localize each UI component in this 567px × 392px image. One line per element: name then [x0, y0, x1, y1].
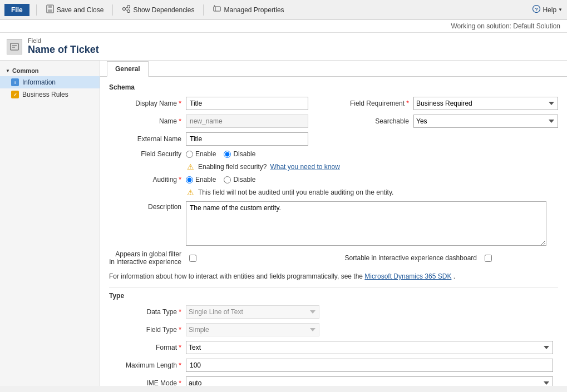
- toolbar-separator-1: [36, 4, 37, 16]
- field-security-warning-row: ⚠ Enabling field security? What you need…: [186, 162, 558, 171]
- name-label: Name *: [109, 117, 181, 125]
- type-divider: [109, 287, 558, 287]
- ime-mode-group: IME Mode * auto active inactive disabled: [109, 376, 558, 386]
- toolbar-separator-3: [203, 4, 204, 16]
- searchable-group: Searchable Yes No: [337, 115, 558, 128]
- show-dependencies-button[interactable]: Show Dependencies: [120, 3, 196, 16]
- ime-mode-select[interactable]: auto active inactive disabled: [186, 376, 553, 386]
- business-rules-icon: ✓: [11, 91, 19, 98]
- sortable-label: Sortable in interactive experience dashb…: [345, 254, 477, 262]
- toolbar-separator-2: [112, 4, 113, 16]
- format-select[interactable]: Text Email URL Ticker Symbol Phone: [186, 341, 553, 354]
- auditing-enable-option[interactable]: Enable: [186, 176, 216, 183]
- description-textarea[interactable]: The name of the custom entity.: [186, 201, 546, 246]
- svg-rect-2: [48, 9, 52, 12]
- name-input[interactable]: [186, 115, 308, 128]
- main-layout: ▼ Common i Information ✓ Business Rules …: [0, 61, 567, 386]
- entity-info: Field Name of Ticket: [28, 37, 99, 56]
- external-name-label: External Name: [109, 135, 181, 143]
- tab-general[interactable]: General: [107, 61, 149, 77]
- managed-properties-label: Managed Properties: [224, 6, 284, 14]
- entity-title: Name of Ticket: [28, 44, 99, 56]
- auditing-disable-radio[interactable]: [224, 176, 231, 183]
- sortable-group: Sortable in interactive experience dashb…: [345, 254, 559, 262]
- svg-point-5: [127, 10, 130, 13]
- format-row: Format * Text Email URL Ticker Symbol Ph…: [109, 341, 558, 354]
- maximum-length-row: Maximum Length *: [109, 359, 558, 372]
- svg-text:i: i: [14, 80, 16, 85]
- field-security-enable-option[interactable]: Enable: [186, 150, 216, 158]
- svg-line-7: [126, 9, 127, 11]
- display-name-label: Display Name *: [109, 100, 181, 107]
- name-group: Name *: [109, 115, 326, 128]
- sortable-checkbox[interactable]: [485, 255, 492, 262]
- external-name-group: External Name: [109, 132, 558, 146]
- help-label: Help: [543, 6, 556, 14]
- data-type-row: Data Type * Single Line of Text: [109, 305, 558, 319]
- data-type-select[interactable]: Single Line of Text: [186, 305, 319, 319]
- display-name-input[interactable]: [186, 97, 308, 110]
- auditing-row: Auditing * Enable Disable: [109, 176, 558, 183]
- description-row: Description The name of the custom entit…: [109, 201, 558, 246]
- form-content: Schema Display Name * Field Requirement …: [100, 77, 567, 386]
- sidebar-item-information[interactable]: i Information: [0, 76, 100, 88]
- help-button[interactable]: Help ▼: [543, 6, 563, 14]
- auditing-label: Auditing *: [109, 176, 181, 183]
- appears-filter-label: Appears in global filter in interactive …: [109, 250, 181, 266]
- appears-filter-group: Appears in global filter in interactive …: [109, 250, 323, 266]
- field-security-link[interactable]: What you need to know: [270, 163, 339, 171]
- field-type-group: Field Type * Simple: [109, 323, 558, 336]
- field-security-disable-option[interactable]: Disable: [224, 150, 255, 158]
- dependencies-icon: [122, 4, 131, 15]
- toolbar: File Save and Close Show Dependencies Ma…: [0, 0, 567, 20]
- tab-bar: General: [100, 61, 567, 77]
- auditing-radio-group: Enable Disable: [186, 176, 255, 183]
- field-security-label: Field Security: [109, 150, 181, 158]
- sidebar-item-business-rules[interactable]: ✓ Business Rules: [0, 88, 100, 101]
- field-type-label: Field Type *: [109, 326, 181, 334]
- sidebar: ▼ Common i Information ✓ Business Rules: [0, 61, 100, 386]
- searchable-select[interactable]: Yes No: [413, 115, 558, 128]
- auditing-group: Auditing * Enable Disable: [109, 176, 558, 183]
- svg-text:✓: ✓: [13, 92, 17, 97]
- field-security-enable-label: Enable: [195, 150, 216, 158]
- field-type-select[interactable]: Simple: [186, 323, 319, 336]
- field-requirement-group: Field Requirement * No Constraint Busine…: [337, 97, 558, 110]
- sdk-link[interactable]: Microsoft Dynamics 365 SDK: [364, 272, 451, 280]
- sidebar-common-label: Common: [12, 67, 39, 74]
- file-button[interactable]: File: [4, 4, 29, 16]
- display-name-row: Display Name * Field Requirement * No Co…: [109, 97, 558, 110]
- svg-rect-13: [11, 43, 18, 50]
- field-security-enable-radio[interactable]: [186, 151, 193, 158]
- svg-point-4: [127, 6, 130, 8]
- help-area: ? Help ▼: [533, 5, 563, 14]
- field-requirement-select[interactable]: No Constraint Business Required Business…: [413, 97, 558, 110]
- description-label: Description: [109, 201, 181, 211]
- sdk-info-row: For information about how to interact wi…: [109, 270, 558, 282]
- entity-header: Field Name of Ticket: [0, 33, 567, 61]
- sidebar-collapse-icon: ▼: [6, 68, 10, 73]
- schema-section-title: Schema: [109, 83, 558, 91]
- auditing-disable-option[interactable]: Disable: [224, 176, 255, 183]
- svg-rect-8: [214, 7, 220, 11]
- svg-line-6: [126, 7, 127, 8]
- auditing-warning-text: This field will not be audited until you…: [198, 188, 393, 196]
- field-security-disable-radio[interactable]: [224, 151, 231, 158]
- managed-properties-button[interactable]: Managed Properties: [210, 3, 286, 16]
- save-and-close-button[interactable]: Save and Close: [43, 3, 106, 16]
- tab-general-label: General: [115, 65, 140, 73]
- appears-filter-checkbox[interactable]: [189, 255, 196, 262]
- name-required: *: [179, 117, 181, 125]
- entity-label: Field: [28, 37, 99, 44]
- field-security-disable-label: Disable: [233, 150, 255, 158]
- external-name-input[interactable]: [186, 132, 308, 146]
- field-security-radio-group: Enable Disable: [186, 150, 255, 158]
- svg-point-3: [123, 8, 126, 11]
- maximum-length-input[interactable]: [186, 359, 553, 372]
- auditing-enable-radio[interactable]: [186, 176, 193, 183]
- field-type-row: Field Type * Simple: [109, 323, 558, 336]
- field-security-row: Field Security Enable Disable: [109, 150, 558, 158]
- content-area: General Schema Display Name * Field Requ…: [100, 61, 567, 386]
- svg-rect-1: [48, 5, 52, 8]
- svg-text:?: ?: [535, 7, 539, 12]
